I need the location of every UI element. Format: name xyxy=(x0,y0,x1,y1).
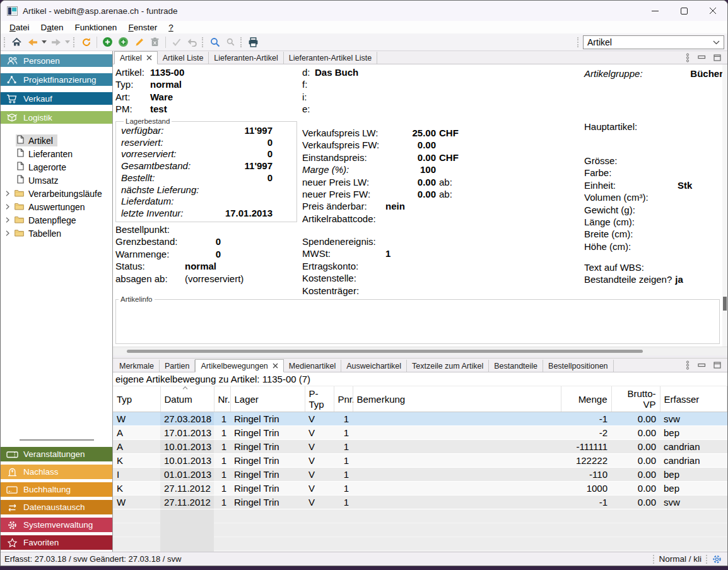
chevron-right-icon[interactable] xyxy=(6,204,13,210)
menu-hilfe[interactable]: ? xyxy=(163,23,179,32)
panel-restore-icon[interactable] xyxy=(713,54,721,61)
toolbar-button xyxy=(4,37,7,47)
sidebar-item-systemverwaltung[interactable]: Systemverwaltung xyxy=(1,518,112,532)
panel-menu-icon[interactable] xyxy=(685,53,690,62)
column-brutto-vp[interactable]: Brutto-VP xyxy=(611,386,660,412)
menu-daten[interactable]: Daten xyxy=(35,23,69,32)
confirm-check-icon[interactable] xyxy=(168,35,184,50)
tab-merkmale[interactable]: Merkmale xyxy=(114,360,160,372)
column-lager[interactable]: Lager xyxy=(230,386,305,412)
tab-artikel[interactable]: Artikel xyxy=(114,51,158,64)
sidebar-item-favoriten[interactable]: Favoriten xyxy=(1,535,112,550)
lagerbestand-title: Lagerbestand xyxy=(124,117,172,125)
context-selector[interactable]: Artikel xyxy=(583,35,724,49)
sidebar-item-personen[interactable]: Personen xyxy=(1,54,112,67)
tree-item-lagerorte[interactable]: Lagerorte xyxy=(1,160,112,174)
column-pnr[interactable]: Pnr. xyxy=(334,386,353,412)
column-datum[interactable]: Datum xyxy=(160,386,214,412)
sidebar-item-nachlass[interactable]: Nachlass xyxy=(1,465,112,479)
chevron-right-icon[interactable] xyxy=(6,230,13,236)
table-row[interactable]: A 10.01.2013 1 Ringel Trin V 1 -111111 0… xyxy=(113,440,727,454)
sidebar-item-verkauf[interactable]: Verkauf xyxy=(1,92,112,105)
tab-label: Artikel Liste xyxy=(163,54,204,62)
maximize-icon[interactable] xyxy=(669,1,698,21)
tree-item-verarbeitungslaeufe[interactable]: Verarbeitungsläufe xyxy=(1,187,112,200)
table-row[interactable]: A 17.01.2013 1 Ringel Trin V 1 -2 0.00 b… xyxy=(113,426,727,440)
column-menge[interactable]: Menge xyxy=(561,386,611,412)
tab-ausweichartikel[interactable]: Ausweichartikel xyxy=(341,360,407,372)
tab-textzeile-zum-artikel[interactable]: Textzeile zum Artikel xyxy=(407,360,489,372)
search-small-icon[interactable] xyxy=(223,35,238,50)
tree-item-label: Datenpflege xyxy=(28,215,76,225)
caret-down-gray-icon[interactable] xyxy=(64,35,71,50)
forward-arrow-icon[interactable] xyxy=(48,35,64,50)
sidebar-item-projektfinanzierung[interactable]: Projektfinanzierung xyxy=(1,73,112,86)
chevron-right-icon[interactable] xyxy=(6,191,13,196)
sidebar-item-datenaustausch[interactable]: Datenaustausch xyxy=(1,500,112,514)
menu-funktionen[interactable]: Funktionen xyxy=(69,23,123,32)
tab-medienartikel[interactable]: Medienartikel xyxy=(284,360,341,372)
panel-menu-icon[interactable] xyxy=(685,360,690,370)
tree-item-auswertungen[interactable]: Auswertungen xyxy=(1,200,112,213)
sidebar-item-buchhaltung[interactable]: Buchhaltung xyxy=(1,482,112,497)
panel-restore-icon[interactable] xyxy=(713,362,721,369)
menu-datei[interactable]: Datei xyxy=(4,23,35,32)
table-row[interactable]: K 27.11.2012 1 Ringel Trin V 1 1000 0.00… xyxy=(113,482,727,496)
caret-down-dark-icon[interactable] xyxy=(40,35,48,50)
tree-item-umsatz[interactable]: Umsatz xyxy=(1,174,112,187)
search-icon[interactable] xyxy=(207,35,223,50)
column-bemerkung[interactable]: Bemerkung xyxy=(353,386,561,412)
form-field: Artikel:1135-00 xyxy=(115,66,184,78)
column-nr[interactable]: Nr. xyxy=(214,386,230,412)
article-form: Artikel:1135-00Typ:normalArt:WarePM:test… xyxy=(113,64,727,347)
table-row[interactable]: K 10.01.2013 1 Ringel Trin V 1 122222 0.… xyxy=(113,454,727,468)
undo-icon[interactable] xyxy=(184,35,200,50)
tree-item-datenpflege[interactable]: Datenpflege xyxy=(1,213,112,227)
tab-lieferanten-artikel-liste[interactable]: Lieferanten-Artikel Liste xyxy=(284,52,377,64)
vertical-scrollbar[interactable] xyxy=(722,64,727,347)
tab-artikel-liste[interactable]: Artikel Liste xyxy=(158,52,209,64)
delete-trash-icon[interactable] xyxy=(147,35,163,50)
chevron-right-icon[interactable] xyxy=(6,217,13,223)
panel-minimize-icon[interactable] xyxy=(698,54,706,61)
vertical-scrollbar-thumb[interactable] xyxy=(723,297,727,311)
minimize-icon[interactable] xyxy=(640,1,669,21)
home-icon[interactable] xyxy=(9,35,25,50)
menu-fenster[interactable]: Fenster xyxy=(122,23,163,32)
back-arrow-icon[interactable] xyxy=(25,35,40,50)
panel-minimize-icon[interactable] xyxy=(698,362,706,369)
form-field: Typ:normal xyxy=(115,78,184,90)
tab-lieferanten-artikel[interactable]: Lieferanten-Artikel xyxy=(209,52,283,64)
close-tab-icon[interactable] xyxy=(273,363,278,369)
sidebar-item-veranstaltungen[interactable]: Veranstaltungen xyxy=(1,447,112,461)
horizontal-scrollbar[interactable] xyxy=(113,347,727,355)
gear-icon[interactable] xyxy=(712,554,722,564)
refresh-icon[interactable] xyxy=(78,35,94,50)
table-row[interactable]: I 01.01.2013 1 Ringel Trin V 1 -110 0.00… xyxy=(113,468,727,482)
sidebar-item-logistik[interactable]: Logistik xyxy=(1,111,112,124)
stock-control-field: absagen ab:(vorreserviert) xyxy=(115,273,244,285)
tree-item-label: Umsatz xyxy=(28,175,58,186)
column-typ[interactable]: Typ xyxy=(113,386,160,412)
horizontal-scrollbar-thumb[interactable] xyxy=(127,350,643,353)
table-row[interactable]: W 27.03.2018 1 Ringel Trin V 1 -1 0.00 s… xyxy=(113,412,727,426)
close-tab-icon[interactable] xyxy=(146,55,152,61)
add-record-icon[interactable] xyxy=(100,35,115,50)
column-ptyp[interactable]: P-Typ xyxy=(305,386,334,412)
artikelgruppe-value[interactable]: Bücher xyxy=(690,68,723,79)
tab-bestellpositionen[interactable]: Bestellpositionen xyxy=(543,360,614,372)
tab-bestandteile[interactable]: Bestandteile xyxy=(489,360,543,372)
tab-label: Bestandteile xyxy=(494,362,537,371)
close-icon[interactable] xyxy=(698,1,727,21)
table-row[interactable]: W 27.11.2012 1 Ringel Trin V 1 -1 0.00 s… xyxy=(113,496,727,509)
tree-item-artikel[interactable]: Artikel xyxy=(1,134,112,147)
print-icon[interactable] xyxy=(245,35,261,50)
tab-partien[interactable]: Partien xyxy=(160,360,196,372)
edit-pencil-icon[interactable] xyxy=(131,35,147,50)
accounting-field: MWSt:1 xyxy=(302,247,436,259)
tab-artikelbewegungen[interactable]: Artikelbewegungen xyxy=(195,359,283,372)
duplicate-record-icon[interactable] xyxy=(115,35,131,50)
tree-item-tabellen[interactable]: Tabellen xyxy=(1,227,112,240)
column-erfasser[interactable]: Erfasser xyxy=(660,386,727,412)
tree-item-lieferanten[interactable]: Lieferanten xyxy=(1,147,112,160)
